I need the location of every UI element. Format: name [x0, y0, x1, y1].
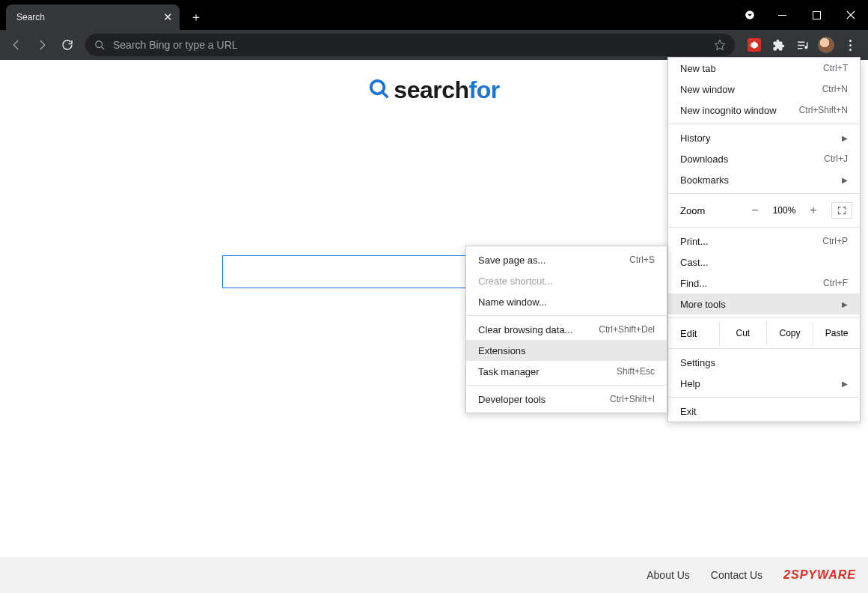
- edit-copy-button[interactable]: Copy: [766, 321, 813, 345]
- about-link[interactable]: About Us: [647, 569, 690, 581]
- menu-more-tools[interactable]: More tools▶: [668, 294, 860, 314]
- menu-new-tab[interactable]: New tabCtrl+T: [668, 58, 860, 79]
- submenu-extensions[interactable]: Extensions: [466, 340, 667, 361]
- tab-title: Search: [16, 12, 162, 22]
- logo-text-2: for: [469, 76, 500, 103]
- zoom-in-button[interactable]: +: [803, 204, 824, 217]
- menu-new-incognito[interactable]: New incognito windowCtrl+Shift+N: [668, 100, 860, 121]
- menu-settings[interactable]: Settings: [668, 352, 860, 373]
- submenu-clear-data[interactable]: Clear browsing data...Ctrl+Shift+Del: [466, 319, 667, 340]
- new-tab-button[interactable]: ＋: [186, 7, 207, 28]
- svg-rect-1: [778, 15, 786, 16]
- chrome-menu-button[interactable]: [840, 34, 861, 55]
- submenu-dev-tools[interactable]: Developer toolsCtrl+Shift+I: [466, 389, 667, 410]
- forward-button[interactable]: [30, 33, 54, 57]
- contact-link[interactable]: Contact Us: [711, 569, 762, 581]
- ublock-extension-icon[interactable]: [744, 34, 765, 55]
- submenu-save-page[interactable]: Save page as...Ctrl+S: [466, 249, 667, 270]
- toolbar: Search Bing or type a URL: [0, 30, 868, 60]
- fullscreen-button[interactable]: [831, 202, 852, 219]
- media-control-icon[interactable]: [792, 34, 813, 55]
- submenu-create-shortcut[interactable]: Create shortcut...: [466, 270, 667, 291]
- edit-paste-button[interactable]: Paste: [813, 321, 860, 345]
- omnibox-placeholder: Search Bing or type a URL: [113, 39, 714, 51]
- menu-cast[interactable]: Cast...: [668, 252, 860, 273]
- menu-help[interactable]: Help▶: [668, 373, 860, 394]
- menu-exit[interactable]: Exit: [668, 401, 860, 422]
- site-status-icon: [735, 0, 765, 30]
- menu-zoom: Zoom − 100% +: [668, 197, 860, 224]
- watermark: 2SPYWARE: [783, 568, 856, 582]
- chrome-menu: New tabCtrl+T New windowCtrl+N New incog…: [667, 57, 861, 422]
- back-button[interactable]: [4, 33, 28, 57]
- menu-find[interactable]: Find...Ctrl+F: [668, 273, 860, 294]
- magnifier-icon: [368, 78, 391, 100]
- close-window-button[interactable]: [834, 0, 868, 30]
- menu-downloads[interactable]: DownloadsCtrl+J: [668, 148, 860, 169]
- profile-avatar[interactable]: [816, 34, 837, 55]
- zoom-value: 100%: [765, 205, 803, 216]
- address-bar[interactable]: Search Bing or type a URL: [85, 34, 735, 56]
- svg-point-5: [371, 81, 385, 94]
- minimize-button[interactable]: [765, 0, 799, 30]
- reload-button[interactable]: [55, 33, 79, 57]
- menu-edit-row: Edit Cut Copy Paste: [668, 321, 860, 345]
- menu-bookmarks[interactable]: Bookmarks▶: [668, 169, 860, 190]
- submenu-task-manager[interactable]: Task managerShift+Esc: [466, 361, 667, 382]
- svg-point-4: [805, 46, 807, 48]
- maximize-button[interactable]: [799, 0, 834, 30]
- svg-rect-2: [813, 11, 820, 19]
- titlebar: Search ✕ ＋: [0, 0, 868, 30]
- extensions-puzzle-icon[interactable]: [768, 34, 789, 55]
- menu-print[interactable]: Print...Ctrl+P: [668, 231, 860, 252]
- close-tab-icon[interactable]: ✕: [162, 11, 174, 23]
- svg-point-3: [96, 40, 103, 47]
- footer: About Us Contact Us 2SPYWARE: [0, 557, 868, 593]
- browser-tab[interactable]: Search ✕: [6, 4, 180, 30]
- zoom-out-button[interactable]: −: [745, 204, 765, 217]
- bookmark-star-icon[interactable]: [714, 39, 726, 51]
- more-tools-submenu: Save page as...Ctrl+S Create shortcut...…: [465, 246, 667, 413]
- logo-text-1: search: [394, 76, 468, 103]
- search-icon: [94, 40, 106, 51]
- menu-new-window[interactable]: New windowCtrl+N: [668, 79, 860, 100]
- submenu-name-window[interactable]: Name window...: [466, 291, 667, 312]
- menu-history[interactable]: History▶: [668, 127, 860, 148]
- edit-cut-button[interactable]: Cut: [719, 321, 766, 345]
